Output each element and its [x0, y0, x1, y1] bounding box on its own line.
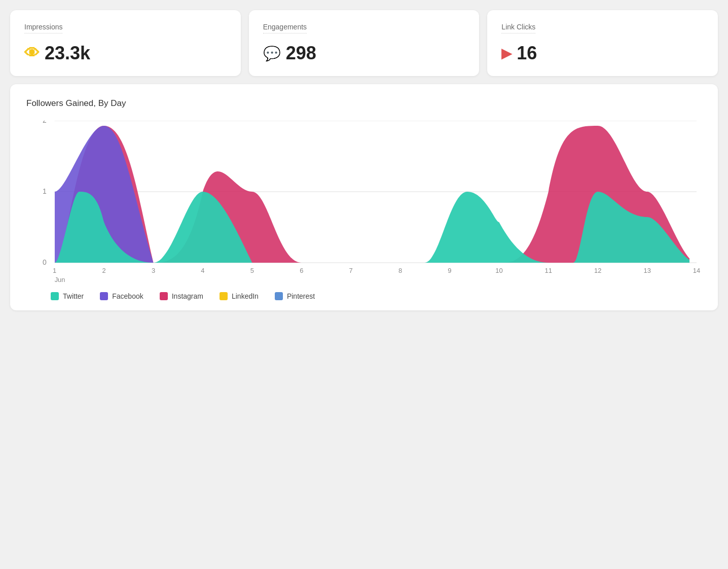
- link-clicks-value-row: ▶ 16: [501, 43, 704, 64]
- facebook-label: Facebook: [112, 292, 143, 300]
- impressions-label: Impressions: [24, 23, 62, 33]
- chart-legend: Twitter Facebook Instagram LinkedIn Pint…: [26, 292, 702, 300]
- link-clicks-number: 16: [517, 43, 537, 64]
- legend-pinterest: Pinterest: [275, 292, 315, 300]
- svg-text:1: 1: [43, 187, 47, 195]
- facebook-dot: [100, 292, 108, 300]
- engagements-value-row: 💬 298: [263, 43, 465, 64]
- legend-facebook: Facebook: [100, 292, 143, 300]
- svg-text:5: 5: [250, 267, 254, 274]
- svg-text:1: 1: [53, 267, 56, 274]
- svg-text:11: 11: [545, 267, 552, 274]
- twitter-label: Twitter: [63, 292, 84, 300]
- engagements-label: Engagements: [263, 23, 307, 33]
- svg-text:2: 2: [102, 267, 105, 274]
- engagements-number: 298: [286, 43, 316, 64]
- link-clicks-label: Link Clicks: [501, 23, 535, 33]
- svg-text:4: 4: [201, 267, 204, 274]
- instagram-label: Instagram: [172, 292, 203, 300]
- impressions-card: Impressions 👁 23.3k: [10, 10, 241, 76]
- linkedin-label: LinkedIn: [232, 292, 259, 300]
- svg-text:12: 12: [594, 267, 601, 274]
- pinterest-dot: [275, 292, 283, 300]
- cursor-icon: ▶: [501, 46, 512, 61]
- instagram-dot: [160, 292, 168, 300]
- followers-chart-card: Followers Gained, By Day 0 1 2 1 2 3 4 5…: [10, 84, 718, 310]
- impressions-number: 23.3k: [45, 43, 90, 64]
- engagements-card: Engagements 💬 298: [249, 10, 480, 76]
- chart-svg: 0 1 2 1 2 3 4 5 6 7 8 9 10 11 12 13 14 J…: [26, 121, 702, 283]
- svg-text:8: 8: [398, 267, 402, 274]
- link-clicks-card: Link Clicks ▶ 16: [487, 10, 718, 76]
- svg-text:13: 13: [643, 267, 650, 274]
- svg-text:7: 7: [349, 267, 353, 274]
- metrics-row: Impressions 👁 23.3k Engagements 💬 298 Li…: [10, 10, 718, 76]
- svg-text:14: 14: [693, 267, 700, 274]
- svg-text:9: 9: [448, 267, 451, 274]
- svg-text:2: 2: [43, 121, 47, 124]
- twitter-dot: [51, 292, 59, 300]
- pinterest-label: Pinterest: [287, 292, 315, 300]
- svg-text:3: 3: [152, 267, 155, 274]
- legend-linkedin: LinkedIn: [220, 292, 259, 300]
- chart-area: 0 1 2 1 2 3 4 5 6 7 8 9 10 11 12 13 14 J…: [26, 121, 702, 283]
- legend-twitter: Twitter: [51, 292, 84, 300]
- chat-icon: 💬: [263, 45, 281, 62]
- svg-text:Jun: Jun: [55, 276, 65, 283]
- chart-title: Followers Gained, By Day: [26, 98, 702, 109]
- svg-text:0: 0: [43, 258, 47, 266]
- svg-text:10: 10: [495, 267, 502, 274]
- svg-text:6: 6: [300, 267, 303, 274]
- eye-icon: 👁: [24, 45, 40, 62]
- impressions-value-row: 👁 23.3k: [24, 43, 227, 64]
- legend-instagram: Instagram: [160, 292, 203, 300]
- linkedin-dot: [220, 292, 228, 300]
